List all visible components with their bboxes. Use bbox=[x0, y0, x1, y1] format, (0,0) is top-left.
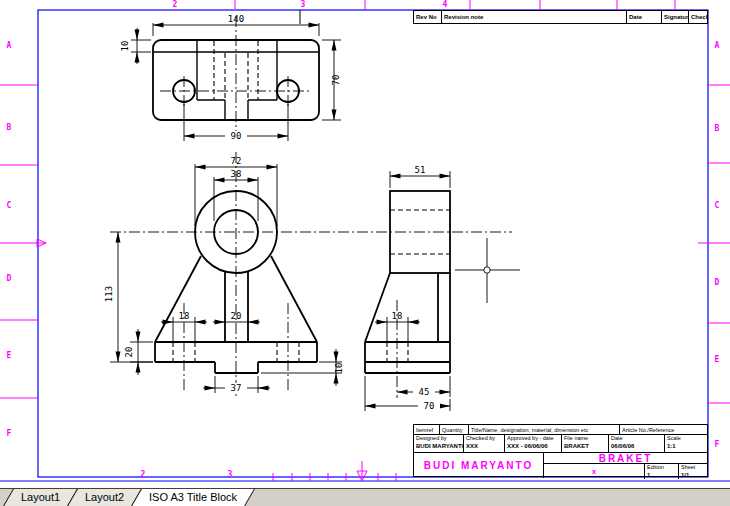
frame-col-label: 4 bbox=[443, 0, 448, 9]
dim-tab-height: 10 bbox=[334, 363, 344, 374]
frame-row-label: D bbox=[7, 274, 12, 283]
edition-label: Edition bbox=[647, 465, 678, 471]
tab-layout2-label: Layout2 bbox=[85, 490, 124, 505]
frame-col-label: 2 bbox=[141, 470, 146, 479]
frame-row-label: A bbox=[7, 41, 12, 50]
layout-tab-bar: Layout1 Layout2 ISO A3 Title Block bbox=[0, 488, 730, 506]
mark-cell: x bbox=[544, 464, 645, 479]
title-block-main-row: BUDI MARYANTO BRAKET x Edition 1 Sheet 1… bbox=[414, 453, 707, 478]
rev-checked-header: Checked bbox=[689, 11, 707, 23]
scale-value: 1:1 bbox=[667, 443, 707, 450]
dim-side-hole: 18 bbox=[392, 311, 403, 321]
tab-iso-label: ISO A3 Title Block bbox=[149, 490, 237, 505]
top-view bbox=[153, 16, 319, 142]
tab-layout1[interactable]: Layout1 bbox=[3, 489, 78, 506]
frame-col-label: 3 bbox=[228, 470, 233, 479]
date-cell: Date 06/06/06 bbox=[609, 435, 665, 452]
frame-row-label: A bbox=[715, 41, 720, 50]
title-block: Itemref Quantity Title/Name, designation… bbox=[413, 424, 708, 477]
file-name-value: BRAKET bbox=[564, 443, 608, 450]
itemref-header: Itemref bbox=[414, 425, 440, 434]
date-label: Date bbox=[611, 436, 664, 442]
approved-by-cell: Approved by - date XXX - 06/06/06 bbox=[505, 435, 562, 452]
dim-top-height: 70 bbox=[331, 75, 341, 86]
dim-front-height: 113 bbox=[104, 286, 114, 302]
rev-signature-header: Signature bbox=[662, 11, 689, 23]
side-view bbox=[365, 191, 450, 398]
quantity-header: Quantity bbox=[440, 425, 469, 434]
dim-hole-offset: 45 bbox=[419, 387, 430, 397]
dim-front-hole: 18 bbox=[179, 311, 190, 321]
frame-col-label: 2 bbox=[173, 0, 178, 9]
frame-row-label: D bbox=[715, 278, 720, 287]
file-name-cell: File name BRAKET bbox=[562, 435, 609, 452]
dim-side-depth: 51 bbox=[415, 165, 426, 175]
title-block-header-row: Itemref Quantity Title/Name, designation… bbox=[414, 425, 707, 435]
frame-row-label: E bbox=[7, 351, 12, 360]
designed-by-value: BUDI MARYANTO bbox=[416, 443, 463, 450]
point-marker bbox=[455, 238, 520, 303]
approved-by-label: Approved by - date bbox=[507, 436, 561, 442]
approved-by-value: XXX - 06/06/06 bbox=[507, 443, 561, 450]
checked-by-label: Checked by bbox=[466, 436, 504, 442]
dim-top-strip: 10 bbox=[120, 41, 130, 52]
frame-row-label: B bbox=[7, 123, 12, 132]
scale-cell: Scale 1:1 bbox=[665, 435, 707, 452]
part-title: BRAKET bbox=[544, 453, 707, 464]
scale-label: Scale bbox=[667, 436, 707, 442]
edition-value: 1 bbox=[647, 472, 678, 479]
frame-row-label: C bbox=[7, 201, 12, 210]
dim-hole-span: 90 bbox=[231, 131, 242, 141]
rev-date-header: Date bbox=[627, 11, 662, 23]
dim-boss-bore: 38 bbox=[231, 169, 242, 179]
dim-base-depth: 70 bbox=[424, 401, 435, 411]
dim-base-height: 20 bbox=[124, 347, 134, 358]
frame-row-label: C bbox=[715, 201, 720, 210]
front-view bbox=[110, 152, 512, 396]
drawing-canvas[interactable]: A B C D E F A B C D E F 2 3 4 2 3 bbox=[0, 0, 730, 488]
frame-row-label: F bbox=[715, 440, 720, 449]
sheet-value: 1/1 bbox=[681, 472, 707, 479]
file-name-label: File name bbox=[564, 436, 608, 442]
title-name-header: Title/Name, designation, material, dimen… bbox=[469, 425, 620, 434]
frame-row-label: E bbox=[715, 355, 720, 364]
sheet-cell: Sheet 1/1 bbox=[679, 464, 707, 479]
date-value: 06/06/06 bbox=[611, 443, 664, 450]
dim-top-width: 140 bbox=[228, 14, 244, 24]
frame-row-label: B bbox=[715, 124, 720, 133]
frame-row-label: F bbox=[7, 429, 12, 438]
tab-layout1-label: Layout1 bbox=[21, 490, 60, 505]
checked-by-cell: Checked by XXX bbox=[464, 435, 505, 452]
revision-note-header: Revision note bbox=[442, 11, 627, 23]
title-block-info-row: Designed by BUDI MARYANTO Checked by XXX… bbox=[414, 435, 707, 453]
designed-by-label: Designed by bbox=[416, 436, 463, 442]
dim-stem-width: 20 bbox=[231, 311, 242, 321]
checked-by-value: XXX bbox=[466, 443, 504, 450]
revision-table: Rev No Revision note Date Signature Chec… bbox=[413, 10, 708, 24]
article-header: Article No./Reference bbox=[620, 425, 707, 434]
edition-cell: Edition 1 bbox=[645, 464, 679, 479]
tab-iso-a3-title-block[interactable]: ISO A3 Title Block bbox=[131, 489, 255, 506]
cad-paper-space: A B C D E F A B C D E F 2 3 4 2 3 bbox=[0, 0, 730, 506]
dim-boss-outer: 72 bbox=[231, 156, 242, 166]
designed-by-cell: Designed by BUDI MARYANTO bbox=[414, 435, 464, 452]
rev-no-header: Rev No bbox=[414, 11, 442, 23]
sheet-label: Sheet bbox=[681, 465, 707, 471]
frame-col-label: 3 bbox=[301, 0, 306, 9]
tab-layout2[interactable]: Layout2 bbox=[67, 489, 142, 506]
dim-tab-width: 37 bbox=[231, 383, 242, 393]
author-name: BUDI MARYANTO bbox=[414, 453, 544, 478]
dimensions bbox=[110, 23, 450, 411]
